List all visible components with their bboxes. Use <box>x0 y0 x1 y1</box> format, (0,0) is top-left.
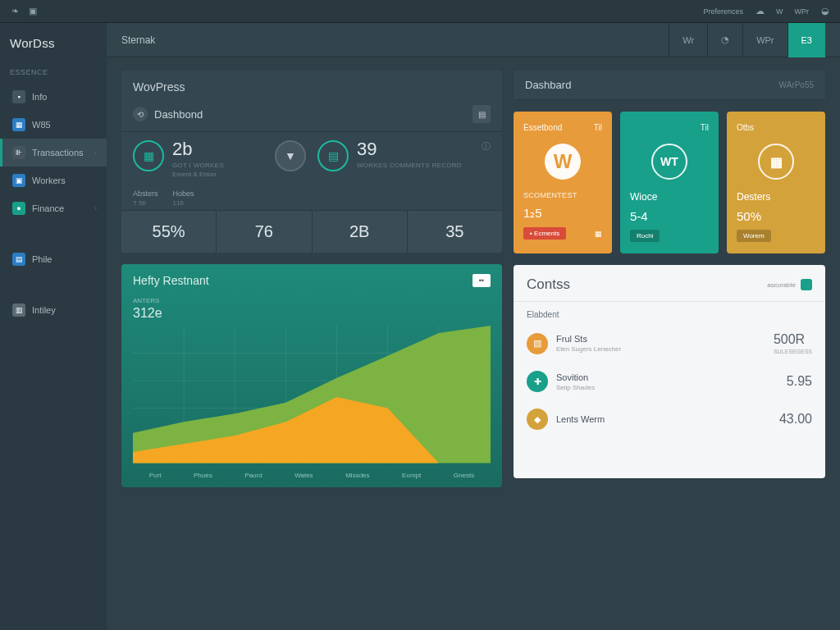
panel-action-button[interactable]: ▤ <box>472 105 491 123</box>
sidebar-item-transactions[interactable]: ⊪Transactions› <box>0 139 107 167</box>
panel-brand: WovPress <box>121 71 502 97</box>
right-header-panel: Dashbard WArPo55 <box>514 71 825 100</box>
tab-wr[interactable]: Wr <box>669 23 707 57</box>
right-header-sub: WArPo55 <box>779 80 814 89</box>
sidebar-section: Essence <box>0 65 107 83</box>
stat-icon-1: ▦ <box>133 140 164 171</box>
contact-icon-2: ◆ <box>527 409 548 430</box>
chevron-right-icon: › <box>94 148 97 157</box>
tile-orange[interactable]: EssetbondTil W Scomentest 1₂5 ▪ Ecments▦ <box>514 112 612 253</box>
header: Sternak Wr ◔ WPr E3 <box>107 23 840 57</box>
chart-title: Hefty Restnant <box>133 274 209 287</box>
file-icon: ▤ <box>12 253 25 266</box>
grid-icon: ▦ <box>595 230 602 238</box>
num-cell-2: 2B <box>313 211 408 253</box>
num-cell-0: 55% <box>121 211 217 253</box>
chart-xaxis: PortPhoes PaordWates MissdesEompt Gnests <box>121 468 502 487</box>
grid-icon: ▦ <box>12 118 25 131</box>
panel-title: Dashbond <box>154 108 203 121</box>
wt-icon: WT <box>651 144 687 180</box>
contact-row-0[interactable]: ▧ Frul StsElen Sugers Lenecher 500RSULES… <box>514 324 825 363</box>
contact-icon-1: ✚ <box>527 371 548 392</box>
stat-icon-2: ▤ <box>317 140 349 171</box>
money-icon: ● <box>12 202 25 215</box>
leaf-icon: ❧ <box>10 7 20 16</box>
doc-icon: ▪ <box>12 90 25 103</box>
sidebar-item-workers[interactable]: ▣Workers <box>0 167 107 194</box>
num-cell-3: 35 <box>408 211 502 253</box>
people-icon: ▣ <box>12 174 25 187</box>
tile-btn-red[interactable]: ▪ Ecments <box>523 227 566 240</box>
card-icon: ▦ <box>758 144 794 180</box>
topbar-pref-label[interactable]: Preferences <box>703 7 743 16</box>
contact-icon-0: ▧ <box>527 333 548 354</box>
bars-icon: ⊪ <box>12 146 25 159</box>
dashboard-panel: WovPress ⟲ Dashbond ▤ ▦ 2b Got I Workes … <box>121 71 502 253</box>
chart-badge[interactable]: •• <box>472 274 491 287</box>
contact-row-2[interactable]: ◆ Lents Werm 43.00 <box>514 400 825 438</box>
cloud-icon[interactable]: ☁ <box>755 7 765 16</box>
contact-row-1[interactable]: ✚ SovitionSelip Shades 5.95 <box>514 363 825 400</box>
tab-e3[interactable]: E3 <box>788 23 825 57</box>
tile-btn-worem[interactable]: Worem <box>737 230 771 242</box>
breadcrumb[interactable]: Sternak <box>121 34 155 46</box>
stat-1: ▦ 2b Got I Workes Ement & Ehton ▼ <box>133 140 306 178</box>
chart-panel: Hefty Restnant •• Anters 312e <box>121 264 502 487</box>
topbar-item-0[interactable]: W <box>776 7 783 16</box>
user-icon[interactable]: ◒ <box>820 7 830 16</box>
tiles-grid: EssetbondTil W Scomentest 1₂5 ▪ Ecments▦… <box>514 112 825 253</box>
num-cell-1: 76 <box>217 211 312 253</box>
sidebar-item-info[interactable]: ▪Info <box>0 83 107 111</box>
wordpress-icon: W <box>545 144 581 180</box>
sidebar-item-w85[interactable]: ▦W85 <box>0 111 107 139</box>
contacts-sub: Elabdent <box>514 302 825 324</box>
sidebar-item-phile[interactable]: ▤Phile <box>0 245 107 273</box>
contacts-panel: Contss ascorable Elabdent ▧ Frul StsElen… <box>514 265 825 478</box>
clock-icon: ◔ <box>721 34 729 45</box>
sidebar-item-intiley[interactable]: ▥Intiley <box>0 296 107 324</box>
chevron-right-icon: › <box>94 204 97 212</box>
contacts-title: Contss <box>527 276 570 293</box>
topbar-item-1[interactable]: WPr <box>795 7 810 16</box>
right-header-title: Dashbard <box>525 79 571 91</box>
tab-clock[interactable]: ◔ <box>707 23 742 57</box>
brand-title: WorDss <box>0 31 107 65</box>
window-icon: ▣ <box>28 7 38 16</box>
chart-area <box>121 326 502 468</box>
number-row: 55% 76 2B 35 <box>121 210 502 253</box>
status-dot <box>801 279 812 290</box>
settings-icon: ▥ <box>12 304 25 317</box>
tab-wpr[interactable]: WPr <box>742 23 787 57</box>
sidebar-item-finance[interactable]: ●Finance› <box>0 194 107 222</box>
tile-amber[interactable]: Otbs ▦ Desters 50% Worem <box>727 112 825 253</box>
tile-teal[interactable]: Til WT Wioce 5-4 Rochi <box>620 112 719 253</box>
sidebar: WorDss Essence ▪Info ▦W85 ⊪Transactions›… <box>0 23 107 630</box>
stat-2: ▤ 39 Workes Comments Record ⓘ <box>317 140 491 178</box>
refresh-icon[interactable]: ⟲ <box>133 107 148 121</box>
tile-btn-rochi[interactable]: Rochi <box>630 230 660 242</box>
shield-icon: ▼ <box>275 140 306 171</box>
info-icon[interactable]: ⓘ <box>482 140 491 153</box>
